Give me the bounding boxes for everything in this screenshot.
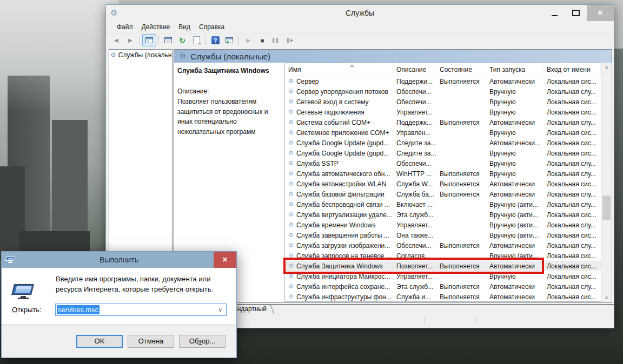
column-header-startup[interactable]: Тип запуска [486,63,544,76]
back-icon: ◄ [113,36,120,44]
service-logon-cell: Локальная сис... [544,98,601,106]
scroll-down-icon[interactable]: ∨ [602,293,611,302]
forward-button[interactable]: ► [123,34,137,46]
show-console-tree-button[interactable] [142,34,156,46]
table-row[interactable]: ⚙Служба инфраструктуры фон...Служба и...… [285,292,601,302]
open-combobox[interactable]: services.msc ∨ [55,304,227,316]
service-name-cell: ⚙Служба базовой фильтрации [285,191,393,198]
service-logon-cell: Локальная сис... [544,109,601,116]
service-gear-icon: ⚙ [288,150,294,157]
run-dialog-message: Введите имя программы, папки, документа … [56,274,230,295]
column-header-logon[interactable]: Вход от имени [544,63,601,76]
menu-item-view[interactable]: Вид [174,22,195,32]
table-row[interactable]: ⚙Служба интерфейса сохране...Эта служб..… [285,281,601,292]
table-row[interactable]: ⚙СерверПоддержи...ВыполняетсяАвтоматичес… [285,76,601,86]
table-row[interactable]: ⚙Служба Google Update (gupd...Следите за… [285,148,601,158]
service-name-cell: ⚙Сетевые подключения [285,109,393,116]
table-row[interactable]: ⚙Служба времени WindowsУправляет...Вручн… [285,220,601,230]
service-name: Служба Google Update (gupd... [296,139,389,147]
table-row[interactable]: ⚙Служба Google Update (gupd...Следите за… [285,138,601,148]
ok-button[interactable]: OK [76,335,123,348]
run-close-button[interactable]: × [214,252,236,268]
description-label: Описание: [177,87,284,95]
table-row[interactable]: ⚙Служба базовой фильтрацииСлужба ба...Вы… [285,189,601,199]
service-startup-cell: Вручную [486,170,544,178]
table-row[interactable]: ⚙Служба загрузки изображени...Обеспечи..… [285,240,601,251]
maximize-button[interactable] [565,5,587,21]
service-name: Служба автонастройки WLAN [296,180,386,188]
service-desc-cell: Управляет... [393,109,436,116]
pause-service-button[interactable]: ▌▌ [269,34,283,46]
table-row[interactable]: ⚙Сетевой вход в системуОбеспечи...Вручну… [285,97,601,107]
properties-icon [164,37,172,43]
service-name: Служба завершения работы ... [296,232,389,239]
stop-service-button[interactable]: ■ [255,34,269,46]
service-logon-cell: Локальная слу... [544,191,601,198]
restart-service-button[interactable]: ▌▶ [283,34,297,46]
titlebar[interactable]: ⚙ Службы × [106,5,614,21]
column-header-desc[interactable]: Описание [393,63,436,76]
table-row[interactable]: ⚙Служба беспроводной связи ...Включает .… [285,199,601,210]
open-label: Открыть: [12,306,55,314]
refresh-icon: ↻ [179,36,185,45]
minimize-button[interactable] [544,5,565,21]
chevron-down-icon[interactable]: ∨ [218,307,226,313]
table-row[interactable]: ⚙Служба завершения работы ...Она также..… [285,230,601,240]
browse-button[interactable]: Обзор... [179,335,226,348]
service-name: Служба беспроводной связи ... [296,201,390,208]
statusbar-separator [475,316,476,325]
toolbar: ◄►↻?▶■▌▌▌▶ [106,33,614,48]
table-row[interactable]: ⚙Служба автонастройки WLANСлужба W...Вып… [285,179,601,189]
table-row[interactable]: ⚙Служба виртуализации удале...Эта служб.… [285,210,601,220]
scrollbar-thumb[interactable] [602,196,611,220]
service-startup-cell: Вручную (акти... [486,221,544,229]
menu-item-action[interactable]: Действие [137,22,175,32]
menu-item-help[interactable]: Справка [195,22,229,32]
service-startup-cell: Автоматически [486,78,544,85]
table-row[interactable]: ⚙Служба SSTPОбеспечи...ВручнуюЛокальная … [285,158,601,168]
refresh-button[interactable]: ↻ [175,34,189,46]
selected-service-name: Служба Защитника Windows [177,67,284,75]
column-header-name[interactable]: Имя [285,63,393,76]
service-status-cell: Выполняется [436,170,486,178]
export-list-icon [193,36,200,44]
service-desc-cell: Обеспечи... [393,88,436,96]
service-gear-icon: ⚙ [288,88,294,95]
new-window-button[interactable] [222,34,236,46]
close-button[interactable]: × [587,5,614,21]
restart-service-icon: ▌▶ [287,38,294,43]
export-list-button[interactable] [189,34,203,46]
menu-item-file[interactable]: Файл [112,22,137,32]
service-logon-cell: Локальная сис... [544,262,601,270]
start-service-button[interactable]: ▶ [241,34,255,46]
service-gear-icon: ⚙ [288,201,294,208]
service-desc-cell: Поддержк... [393,119,436,126]
service-desc-cell: Обеспечи... [393,242,436,250]
table-row[interactable]: ⚙Системное приложение COM+Управлен...Вру… [285,127,601,138]
column-header-status[interactable]: Состояние [436,63,486,76]
service-desc-cell: Эта служб... [393,283,436,291]
properties-button[interactable] [161,34,175,46]
toolbar-separator [206,36,206,45]
service-name: Сетевой вход в систему [296,98,369,106]
help-button[interactable]: ? [208,34,222,46]
table-row[interactable]: ⚙Сервер упорядочения потоковОбеспечи...В… [285,86,601,97]
tree-item-services-local[interactable]: ⚙ Службы (локальные) [109,50,172,60]
service-gear-icon: ⚙ [288,129,294,136]
service-gear-icon: ⚙ [288,119,294,126]
service-name-cell: ⚙Служба Google Update (gupd... [285,139,393,147]
service-name: Сетевые подключения [296,109,364,116]
service-startup-cell: Вручную (акти... [486,232,544,239]
service-name-cell: ⚙Служба автонастройки WLAN [285,180,393,188]
service-name-cell: ⚙Система событий COM+ [285,119,393,126]
table-row[interactable]: ⚙Служба автоматического обн...WinHTTP ..… [285,168,601,179]
table-row[interactable]: ⚙Система событий COM+Поддержк...Выполняе… [285,117,601,127]
service-gear-icon: ⚙ [288,191,294,198]
service-name-cell: ⚙Сервер [285,78,393,85]
vertical-scrollbar[interactable]: ∧ ∨ [602,63,611,302]
cancel-button[interactable]: Отмена [128,335,174,348]
table-row[interactable]: ⚙Сетевые подключенияУправляет...ВручнуюЛ… [285,107,601,117]
run-dialog-titlebar[interactable]: Выполнить × [2,252,236,268]
scroll-up-icon[interactable]: ∧ [602,63,611,72]
back-button[interactable]: ◄ [109,34,123,46]
